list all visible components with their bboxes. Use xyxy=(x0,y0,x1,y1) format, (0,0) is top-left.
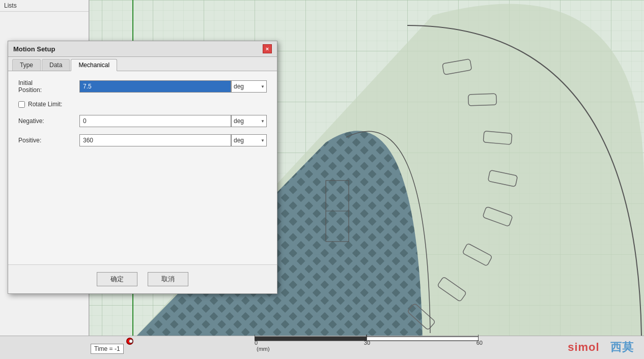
rotate-limit-checkbox[interactable] xyxy=(18,101,25,108)
ok-button[interactable]: 确定 xyxy=(97,272,137,286)
dialog-content: InitialPosition: deg rad Rotate Limit: N… xyxy=(8,71,277,264)
simol-text: simol xyxy=(568,341,599,353)
dialog-footer: 确定 取消 xyxy=(8,264,277,293)
positive-input[interactable] xyxy=(79,134,231,146)
time-display: Time = -1 xyxy=(91,344,124,354)
dialog-tabs: Type Data Mechanical xyxy=(8,57,277,71)
positive-unit-select[interactable]: deg rad xyxy=(231,134,267,146)
negative-label: Negative: xyxy=(18,117,79,125)
negative-input[interactable] xyxy=(79,115,231,127)
negative-unit-wrapper: deg rad xyxy=(231,115,267,127)
scale-bar-svg xyxy=(255,333,479,343)
dialog-titlebar: Motion Setup × xyxy=(8,41,277,57)
initial-position-unit-select[interactable]: deg rad xyxy=(231,80,267,93)
white-dot-marker xyxy=(129,339,133,343)
lists-header: Lists xyxy=(0,0,89,12)
initial-position-unit-wrapper: deg rad xyxy=(231,80,267,93)
svg-rect-17 xyxy=(255,337,367,341)
negative-row: Negative: deg rad xyxy=(18,115,267,127)
rotate-limit-label: Rotate Limit: xyxy=(28,101,62,108)
simol-logo: simol 西莫 xyxy=(568,340,634,355)
scale-bar xyxy=(255,333,479,340)
simol-chinese: 西莫 xyxy=(610,341,634,353)
rotate-limit-row: Rotate Limit: xyxy=(18,101,267,108)
positive-unit-wrapper: deg rad xyxy=(231,134,267,146)
tab-mechanical[interactable]: Mechanical xyxy=(71,59,117,71)
scale-unit: (mm) xyxy=(257,346,270,352)
scale-bar-container: 0 30 60 (mm) xyxy=(255,333,479,352)
tab-type[interactable]: Type xyxy=(12,59,41,71)
initial-position-label: InitialPosition: xyxy=(18,79,79,94)
bottom-bar: Time = -1 0 30 60 (mm) simol xyxy=(0,336,644,359)
positive-row: Positive: deg rad xyxy=(18,134,267,146)
positive-label: Positive: xyxy=(18,137,79,144)
svg-rect-18 xyxy=(367,337,479,341)
tab-data[interactable]: Data xyxy=(42,59,70,71)
initial-position-row: InitialPosition: deg rad xyxy=(18,79,267,94)
dialog-title: Motion Setup xyxy=(13,45,55,53)
negative-unit-select[interactable]: deg rad xyxy=(231,115,267,127)
close-button[interactable]: × xyxy=(263,44,272,53)
motion-setup-dialog[interactable]: Motion Setup × Type Data Mechanical Init… xyxy=(8,41,277,294)
initial-position-input[interactable] xyxy=(79,80,231,93)
cancel-button[interactable]: 取消 xyxy=(148,272,188,286)
